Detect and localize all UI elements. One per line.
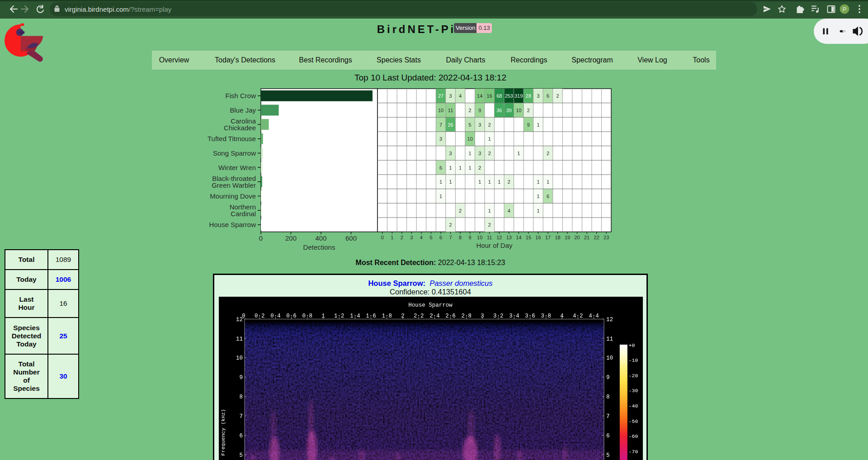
- svg-text:1: 1: [391, 235, 393, 240]
- svg-text:7: 7: [606, 413, 610, 420]
- svg-text:11: 11: [487, 235, 492, 240]
- svg-text:3: 3: [449, 151, 452, 156]
- svg-text:36: 36: [496, 108, 502, 113]
- svg-text:12: 12: [496, 235, 502, 240]
- svg-text:20: 20: [574, 235, 580, 240]
- svg-text:22: 22: [594, 235, 599, 240]
- svg-text:1: 1: [469, 151, 472, 156]
- svg-text:12: 12: [236, 316, 243, 322]
- svg-text:Detections: Detections: [303, 243, 335, 251]
- svg-text:virginia.birdnetpi.com/?stream: virginia.birdnetpi.com/?stream=play: [65, 5, 172, 13]
- svg-text:6: 6: [547, 93, 549, 99]
- svg-text:1: 1: [478, 179, 481, 185]
- svg-text:1: 1: [488, 179, 491, 185]
- svg-text:1: 1: [537, 179, 539, 185]
- svg-text:-20: -20: [629, 372, 638, 378]
- svg-text:16: 16: [535, 235, 541, 240]
- svg-text:1: 1: [459, 165, 462, 171]
- svg-text:10: 10: [516, 108, 521, 113]
- svg-text:14: 14: [516, 235, 521, 240]
- svg-text:15: 15: [526, 235, 531, 240]
- svg-text:10: 10: [236, 355, 243, 361]
- svg-text:6: 6: [239, 433, 243, 439]
- svg-text:1: 1: [449, 179, 452, 185]
- svg-text:3: 3: [439, 136, 442, 142]
- svg-text:3: 3: [478, 122, 481, 128]
- svg-text:1: 1: [439, 194, 442, 199]
- svg-text:1: 1: [488, 208, 491, 213]
- svg-text:Chickadee: Chickadee: [224, 124, 256, 132]
- svg-text:1: 1: [498, 179, 500, 185]
- svg-text:Black-throated: Black-throated: [212, 175, 256, 182]
- svg-text:19: 19: [565, 235, 570, 240]
- svg-text:-50: -50: [629, 418, 638, 424]
- svg-text:4: 4: [420, 235, 423, 240]
- svg-text:23: 23: [604, 235, 609, 240]
- svg-text:11: 11: [606, 336, 613, 342]
- svg-text:2: 2: [508, 179, 510, 185]
- svg-text:8: 8: [239, 394, 243, 400]
- svg-text:Cardinal: Cardinal: [231, 210, 256, 218]
- svg-text:2: 2: [401, 235, 403, 240]
- svg-text:House Sparrow: House Sparrow: [408, 302, 453, 308]
- svg-text:1: 1: [439, 179, 442, 185]
- svg-text:27: 27: [438, 93, 443, 99]
- svg-text:Tufted Titmouse: Tufted Titmouse: [208, 135, 256, 142]
- svg-text:9: 9: [239, 375, 243, 381]
- svg-text:68: 68: [496, 93, 502, 99]
- svg-text:6: 6: [547, 194, 549, 199]
- svg-text:39: 39: [506, 108, 512, 113]
- svg-text:12: 12: [606, 316, 613, 322]
- svg-text:0: 0: [259, 234, 263, 242]
- svg-text:-60: -60: [629, 433, 638, 439]
- svg-text:7: 7: [239, 413, 243, 420]
- svg-text:2: 2: [459, 208, 462, 213]
- svg-text:1: 1: [537, 194, 539, 199]
- svg-text:3: 3: [478, 151, 481, 156]
- svg-text:3: 3: [537, 93, 539, 99]
- svg-text:28: 28: [526, 93, 531, 99]
- svg-text:8: 8: [606, 394, 610, 400]
- svg-text:4: 4: [508, 208, 510, 213]
- svg-text:9: 9: [527, 122, 530, 128]
- svg-text:2: 2: [478, 165, 481, 171]
- svg-text:253: 253: [505, 93, 513, 99]
- svg-text:1: 1: [469, 165, 472, 171]
- svg-text:Winter Wren: Winter Wren: [218, 164, 256, 171]
- svg-text:2: 2: [527, 108, 530, 113]
- svg-text:Frequency (kHz): Frequency (kHz): [220, 409, 226, 456]
- svg-text:2: 2: [469, 108, 472, 113]
- svg-text:House Sparrow: House Sparrow: [209, 221, 256, 228]
- svg-text:Fish Crow: Fish Crow: [225, 92, 256, 100]
- svg-text:200: 200: [285, 234, 297, 242]
- svg-text:5: 5: [469, 122, 472, 128]
- svg-text:Song Sparrow: Song Sparrow: [213, 149, 256, 157]
- svg-text:Blue Jay: Blue Jay: [230, 106, 256, 114]
- svg-text:7: 7: [449, 235, 452, 240]
- svg-text:11: 11: [448, 108, 453, 113]
- svg-text:10: 10: [477, 235, 482, 240]
- svg-text:-30: -30: [629, 388, 638, 394]
- svg-text:6: 6: [439, 235, 442, 240]
- svg-text:5: 5: [239, 452, 243, 458]
- svg-text:7: 7: [439, 122, 442, 128]
- svg-text:3: 3: [410, 235, 413, 240]
- svg-text:10: 10: [467, 136, 473, 142]
- svg-text:2: 2: [556, 93, 559, 99]
- svg-text:-40: -40: [629, 403, 638, 409]
- svg-text:600: 600: [345, 234, 357, 242]
- svg-text:21: 21: [584, 235, 590, 240]
- svg-text:5: 5: [429, 235, 432, 240]
- svg-text:-10: -10: [629, 357, 638, 363]
- svg-text:2: 2: [547, 151, 549, 156]
- svg-text:1: 1: [547, 179, 549, 185]
- svg-text:6: 6: [439, 165, 442, 171]
- svg-text:0: 0: [381, 235, 384, 240]
- svg-text:4: 4: [459, 93, 462, 99]
- svg-text:+0: +0: [629, 342, 635, 348]
- svg-text:9: 9: [469, 235, 472, 240]
- svg-text:8: 8: [459, 235, 462, 240]
- svg-text:17: 17: [545, 235, 551, 240]
- svg-text:1: 1: [488, 136, 491, 142]
- svg-text:Hour of Day: Hour of Day: [476, 242, 513, 249]
